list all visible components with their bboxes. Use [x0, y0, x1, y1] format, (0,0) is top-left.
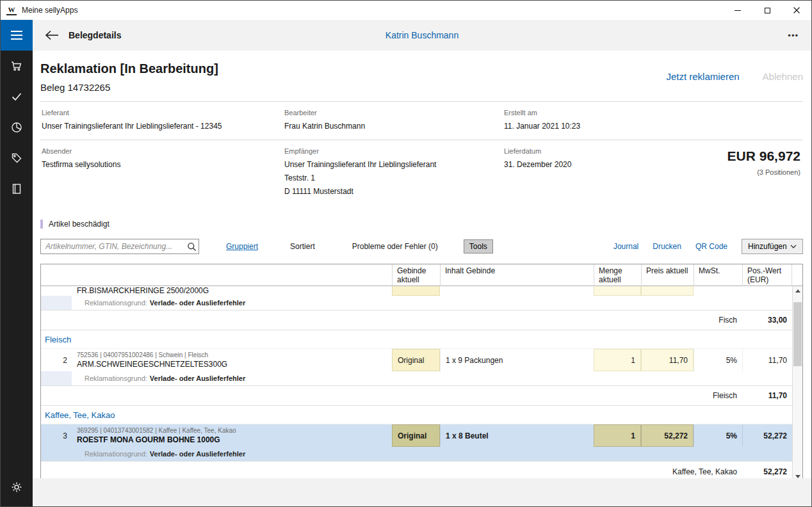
- header-mwst: MwSt.: [694, 264, 742, 286]
- scrollbar-thumb[interactable]: [793, 302, 802, 366]
- table-row-fleisch-item[interactable]: 2 752536 | 04007951002486 | Schwein | Fl…: [41, 348, 792, 371]
- sorted-toggle[interactable]: Sortiert: [290, 242, 315, 251]
- search-icon: [187, 242, 197, 252]
- item-meta: 752536 | 04007951002486 | Schwein | Flei…: [77, 351, 387, 358]
- print-link[interactable]: Drucken: [653, 242, 681, 251]
- sidebar-item-catalog[interactable]: [1, 173, 33, 204]
- cell-menge-aktuell: 1: [594, 424, 641, 447]
- scrollbar-track[interactable]: [793, 296, 802, 472]
- header-menge: Menge aktuell: [594, 264, 641, 286]
- footer-strip: [33, 478, 811, 506]
- problems-filter[interactable]: Probleme oder Fehler (0): [352, 242, 438, 251]
- item-name: ARM.SCHWEINEGESCHNETZELTES300G: [77, 360, 387, 369]
- reject-button[interactable]: Ablehnen: [763, 71, 803, 82]
- gear-icon: [10, 481, 23, 494]
- book-icon: [10, 182, 23, 195]
- list-toolbar: Gruppiert Sortiert Probleme oder Fehler …: [40, 239, 803, 254]
- user-name-link[interactable]: Katrin Buschmann: [386, 30, 459, 40]
- journal-link[interactable]: Journal: [613, 242, 638, 251]
- cell-gebinde-aktuell: Original: [392, 424, 440, 447]
- cell-menge-aktuell: 1: [594, 349, 641, 371]
- close-icon: [793, 7, 800, 13]
- info-row-2: Absender Testfirma sellysolutions Empfän…: [40, 140, 803, 207]
- reclaim-now-button[interactable]: Jetzt reklamieren: [666, 71, 739, 82]
- cell-pos-wert: 11,70: [742, 349, 792, 371]
- search-button[interactable]: [184, 242, 199, 252]
- row-index: 2: [41, 349, 72, 371]
- item-meta: 369295 | 04013743001582 | Kaffee | Kaffe…: [77, 427, 387, 434]
- status-marker: [40, 220, 43, 229]
- erstellt-am-label: Erstellt am: [504, 109, 696, 117]
- grouped-toggle[interactable]: Gruppiert: [226, 242, 258, 251]
- header-inhalt: Inhalt Gebinde: [440, 264, 594, 286]
- document-page: Reklamation [In Bearbeitung] Beleg 14732…: [33, 51, 811, 478]
- document-title: Reklamation [In Bearbeitung]: [40, 61, 218, 76]
- lieferant-label: Lieferant: [42, 109, 284, 117]
- hamburger-icon: [11, 31, 22, 32]
- chevron-down-icon: [790, 245, 797, 248]
- positions-count: (3 Positionen): [696, 168, 800, 176]
- back-arrow-icon: [45, 30, 59, 40]
- header-preis: Preis aktuell: [641, 264, 694, 286]
- more-options-button[interactable]: •••: [788, 31, 799, 40]
- table-header: Gebinde aktuell Inhalt Gebinde Menge akt…: [41, 264, 802, 286]
- cell-inhalt-gebinde: 1 x 8 Beutel: [440, 424, 594, 447]
- group-header-kaffee: Kaffee, Tee, Kakao: [41, 406, 792, 424]
- sidebar-item-settings[interactable]: [1, 472, 33, 503]
- document-number: Beleg 14732265: [40, 82, 218, 93]
- window-controls: [723, 1, 811, 20]
- absender-label: Absender: [42, 147, 284, 155]
- tools-button[interactable]: Tools: [464, 239, 493, 254]
- sidebar-item-statistics[interactable]: [1, 112, 33, 143]
- table-row-kaffee-item-selected[interactable]: 3 369295 | 04013743001582 | Kaffee | Kaf…: [41, 424, 792, 447]
- sidebar: [1, 20, 33, 506]
- tag-icon: [10, 152, 23, 165]
- checkmark-icon: [10, 90, 23, 103]
- group-total-fleisch: Fleisch 11,70: [41, 385, 792, 406]
- cell-inhalt-gebinde: 1 x 9 Packungen: [440, 349, 594, 371]
- maximize-button[interactable]: [752, 1, 782, 20]
- maximize-icon: [765, 8, 770, 13]
- erstellt-am-value: 11. Januar 2021 10:23: [504, 122, 696, 131]
- empfaenger-label: Empfänger: [284, 147, 504, 155]
- titlebar: W Meine sellyApps: [1, 1, 811, 20]
- cell-mwst: 5%: [694, 349, 742, 371]
- cell-pos-wert: 52,272: [742, 424, 792, 447]
- header-pos-wert: Pos.-Wert (EUR): [742, 264, 792, 286]
- cell-gebinde-aktuell: Original: [392, 349, 440, 371]
- ellipsis-icon: •••: [788, 31, 799, 40]
- row-index: 3: [41, 424, 72, 447]
- minimize-icon: [735, 10, 741, 11]
- add-button[interactable]: Hinzufügen: [742, 239, 803, 254]
- cell-preis-aktuell: 11,70: [641, 349, 694, 371]
- reklamationsgrund-row: Reklamationsgrund: Verlade- oder Auslief…: [41, 447, 792, 461]
- sidebar-item-offers[interactable]: [1, 143, 33, 173]
- scroll-down-button[interactable]: [793, 472, 802, 478]
- empfaenger-value: Unser Trainingslieferant Ihr Lieblingsli…: [284, 158, 504, 198]
- search-input[interactable]: [41, 242, 184, 251]
- close-button[interactable]: [782, 1, 811, 20]
- back-button[interactable]: [42, 25, 62, 45]
- reklamationsgrund-row: Reklamationsgrund: Verlade- oder Auslief…: [41, 371, 792, 385]
- header-gebinde: Gebinde aktuell: [392, 264, 440, 286]
- app-window: W Meine sellyApps: [0, 0, 812, 507]
- lieferdatum-value: 31. Dezember 2020: [504, 158, 696, 172]
- scroll-up-icon: [795, 289, 800, 293]
- table-scrollbar[interactable]: [792, 286, 802, 478]
- minimize-button[interactable]: [723, 1, 752, 20]
- sidebar-item-menu[interactable]: [1, 20, 33, 51]
- window-title: Meine sellyApps: [22, 6, 77, 15]
- bearbeiter-value: Frau Katrin Buschmann: [284, 122, 504, 131]
- lieferant-value: Unser Trainingslieferant Ihr Lieblingsli…: [42, 122, 284, 131]
- status-note: Artikel beschädigt: [40, 220, 803, 229]
- sidebar-item-approvals[interactable]: [1, 81, 33, 112]
- lieferdatum-label: Lieferdatum: [504, 147, 696, 155]
- scroll-up-button[interactable]: [793, 286, 802, 296]
- qr-code-link[interactable]: QR Code: [695, 242, 727, 251]
- table-row-fisch-item[interactable]: FR.BISMARCKHERINGE 2500/2000G: [41, 286, 792, 296]
- bearbeiter-label: Bearbeiter: [284, 109, 504, 117]
- total-amount: EUR 96,972: [696, 149, 800, 164]
- sidebar-item-orders[interactable]: [1, 51, 33, 81]
- app-logo-icon: W: [6, 5, 17, 15]
- pie-chart-icon: [10, 121, 23, 134]
